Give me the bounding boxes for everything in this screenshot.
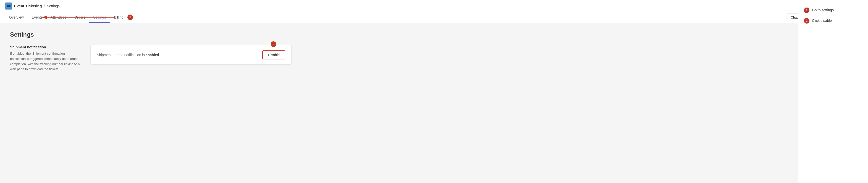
nav-item-overview[interactable]: Overview (5, 12, 28, 23)
step1-arrow-badge: 1 (127, 14, 133, 20)
right-panel: 1 Go to settings 2 Click disable (798, 0, 868, 80)
settings-card: 2 Shipment update notification is enable… (90, 45, 291, 65)
settings-label-desc: If enabled, the 'Shipment confirmation' … (10, 51, 81, 72)
nav-item-settings[interactable]: Settings (89, 12, 110, 23)
right-panel-step2: 2 Click disable (804, 18, 862, 24)
disable-button[interactable]: Disable (262, 50, 285, 60)
step2-label: Click disable (812, 18, 832, 23)
breadcrumb-separator: / (44, 4, 45, 8)
nav-bar: Overview Events Attendees Orders Setting… (0, 12, 868, 23)
nav-links: Overview Events Attendees Orders Setting… (5, 12, 786, 23)
status-emphasis: enabled (146, 53, 159, 57)
settings-section: Shipment notification If enabled, the 'S… (10, 45, 291, 72)
nav-item-billing[interactable]: Billing (114, 15, 123, 19)
settings-card-text: Shipment update notification is enabled. (97, 53, 160, 57)
nav-item-attendees[interactable]: Attendees (46, 12, 70, 23)
nav-item-billing-wrapper: Billing 1 (110, 12, 127, 23)
disable-wrapper: Disable (262, 50, 285, 60)
step2-badge: 2 (271, 41, 276, 47)
status-text-prefix: Shipment update notification is (97, 53, 146, 57)
step1-badge: 1 (804, 7, 809, 13)
breadcrumb-current: Settings (47, 4, 60, 8)
top-header: 🎟 Event Ticketing / Settings (0, 0, 868, 12)
page-title: Settings (10, 31, 291, 38)
status-text-suffix: . (159, 53, 160, 57)
app-logo-icon: 🎟 (5, 2, 12, 9)
right-panel-step1: 1 Go to settings (804, 7, 862, 13)
app-logo: 🎟 Event Ticketing (5, 2, 42, 9)
main-content: Settings Shipment notification If enable… (0, 23, 302, 80)
settings-label-column: Shipment notification If enabled, the 'S… (10, 45, 81, 72)
app-title: Event Ticketing (14, 4, 42, 8)
settings-label-title: Shipment notification (10, 45, 81, 49)
nav-item-orders[interactable]: Orders (70, 12, 89, 23)
step1-label: Go to settings (812, 7, 834, 13)
step2-badge-panel: 2 (804, 18, 809, 24)
nav-item-events[interactable]: Events (28, 12, 46, 23)
